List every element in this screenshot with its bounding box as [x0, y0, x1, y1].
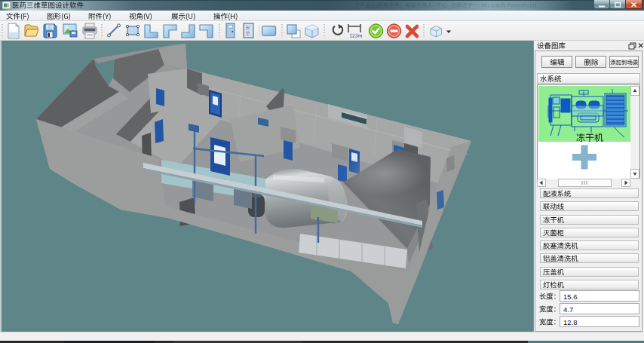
svg-text:4.7: 4.7 [563, 305, 573, 314]
svg-text:12.8: 12.8 [563, 318, 578, 326]
svg-text:15.6: 15.6 [563, 292, 578, 301]
